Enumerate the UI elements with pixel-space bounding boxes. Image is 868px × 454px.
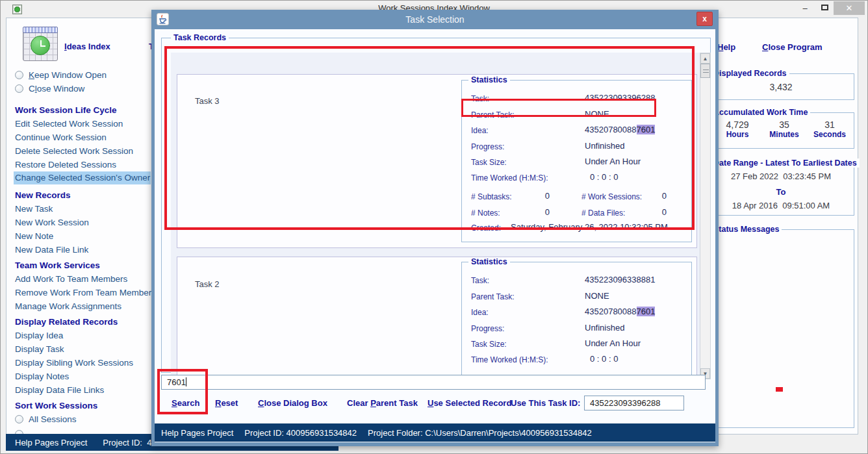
calendar-clock-icon [23,31,58,61]
stat-value: 0 : 0 : 0 [590,354,618,364]
sidebar-item-continue-work-session[interactable]: Continue Work Session [15,132,107,144]
dialog-status-project-id: Project ID: 400956931534842 [244,428,357,438]
java-coffee-icon [157,13,169,25]
date-range-earliest: 18 Apr 2016 09:51:00 AM [707,201,855,210]
stat-value: 0 [524,207,550,217]
sidebar-header-work-session-life-cycle: Work Session Life Cycle [15,105,117,117]
stat-value: Unfinished [585,141,624,151]
task-record-item[interactable]: Task 3 Statistics Task:435223093396288 P… [177,74,697,248]
close-program-link[interactable]: Close Program [762,42,822,52]
minimize-button[interactable]: – [797,1,813,15]
sidebar-item-new-work-session[interactable]: New Work Session [15,218,89,229]
use-this-task-id-label: Use This Task ID: [511,398,580,408]
stat-label: Task: [471,276,489,285]
status-messages-panel: Status Messages [706,229,854,428]
scroll-up-button[interactable]: ▲ [700,53,710,64]
sidebar-radio-close-window[interactable]: Close Window [15,84,84,95]
stat-label: Parent Task: [471,110,514,120]
sidebar-item-add-work-to-team-members[interactable]: Add Work To Team Members [15,274,127,286]
scroll-up-icon: ▲ [703,56,708,62]
stat-label: Time Worked (H:M:S): [471,355,548,364]
sidebar-item-remove-work-from-team-members[interactable]: Remove Work From Team Members [15,288,156,299]
stat-label: # Data Files: [581,208,625,218]
stat-value: 435223093396288 [585,93,655,103]
sidebar-item-new-data-file-link[interactable]: New Data File Link [15,245,88,257]
stat-value: 435223096338881 [585,275,655,284]
radio-icon [15,415,23,423]
use-selected-record-button[interactable]: Use Selected Record [428,398,511,408]
search-button[interactable]: Search [172,398,199,408]
clock-hand-icon [40,45,45,47]
task-selection-dialog: Task Selection x Task Records Task 3 Sta… [151,10,719,446]
sidebar-header-sort-work-sessions: Sort Work Sessions [15,401,97,412]
stat-value: 0 : 0 : 0 [590,172,618,182]
stat-label: Idea: [471,126,489,135]
idea-value: 435207800887601 [585,125,655,134]
stat-label: Idea: [471,308,489,317]
search-input[interactable]: 7601 [161,375,706,390]
highlighted-idea-digits: 7601 [637,125,656,134]
idea-value: 435207800887601 [585,307,655,316]
sidebar-item-restore-deleted-sessions[interactable]: Restore Deleted Sessions [15,160,116,171]
close-button[interactable]: ✕ [834,1,865,15]
statistics-box: Statistics Task:435223096338881 Parent T… [461,262,692,379]
statistics-label: Statistics [468,257,510,266]
text-caret [186,377,186,386]
dialog-status-bar: Help Pages Project Project ID: 400956931… [155,423,715,442]
dialog-close-icon: x [702,14,707,23]
stat-value: Under An Hour [585,157,641,166]
task-record-item[interactable]: Task 2 Statistics Task:435223096338881 P… [177,257,697,379]
stat-label: Time Worked (H:M:S): [471,173,548,183]
sidebar-item-edit-selected-work-session[interactable]: Edit Selected Work Session [15,119,123,131]
maximize-button[interactable] [817,1,832,15]
sidebar-item-display-data-file-links[interactable]: Display Data File Links [15,385,104,397]
sidebar-item-change-selected-sessions-owner[interactable]: Change Selected Session's Owner [15,173,150,184]
search-input-value: 7601 [167,377,186,387]
sidebar-header-team-work-services: Team Work Services [15,260,100,272]
sidebar-item-new-note[interactable]: New Note [15,231,53,243]
reset-button[interactable]: Reset [215,398,238,408]
stat-label: # Notes: [471,208,500,218]
clear-parent-task-button[interactable]: Clear Parent Task [347,398,418,408]
list-scrollbar[interactable]: ▲ ▼ [700,53,711,379]
sidebar-item-display-task[interactable]: Display Task [15,344,64,356]
sidebar-item-manage-work-assignments[interactable]: Manage Work Assignments [15,301,121,313]
sidebar-radio-keep-window-open[interactable]: Keep Window Open [15,70,107,82]
stat-value: NONE [585,109,609,119]
dialog-title: Task Selection [151,10,719,29]
ideas-index-link[interactable]: Ideas Index [64,42,110,51]
stat-label: Task Size: [471,158,507,167]
sidebar-radio-all-sessions[interactable]: All Sessions [15,414,77,426]
task-records-label: Task Records [171,33,229,42]
close-dialog-box-button[interactable]: Close Dialog Box [258,398,327,408]
stat-label: Progress: [471,142,504,151]
stat-value: NONE [585,291,609,301]
sidebar-item-delete-selected-work-session[interactable]: Delete Selected Work Session [15,146,133,158]
date-range-latest: 27 Feb 2022 03:23:45 PM [707,171,855,181]
date-range-panel: Date Range - Latest To Earliest Dates 27… [706,163,854,216]
sidebar-item-display-idea[interactable]: Display Idea [15,331,63,342]
task-records-list: Task 3 Statistics Task:435223093396288 P… [171,53,700,379]
sidebar-item-new-task[interactable]: New Task [15,204,53,216]
scrollbar-grip-icon [703,69,709,73]
radio-icon [15,71,23,79]
dialog-close-button[interactable]: x [696,12,713,26]
seconds-value: 31 [810,120,850,130]
sidebar-item-display-notes[interactable]: Display Notes [15,372,69,383]
stat-label: Task Size: [471,340,507,349]
stat-value: Unfinished [585,323,624,333]
dialog-status-project-folder: Project Folder: C:\Users\Darren\Projects… [368,428,592,438]
stat-value: Under An Hour [585,338,641,348]
stat-value: 0 [641,191,667,201]
task-id-field[interactable]: 435223093396288 [584,396,684,410]
displayed-records-label: Displayed Records [711,69,789,78]
minutes-unit: Minutes [763,130,806,139]
radio-icon [15,84,23,93]
sidebar-item-display-sibling-work-sessions[interactable]: Display Sibling Work Sessions [15,358,133,370]
displayed-records-value: 3,432 [707,82,855,92]
main-window: Work Sessions Index Window – ✕ Ideas Ind… [0,0,868,454]
stat-label: Created: [471,223,501,233]
sidebar-header-new-records: New Records [15,190,71,202]
scrollbar-thumb[interactable] [700,64,710,78]
help-link[interactable]: Help [717,42,735,52]
